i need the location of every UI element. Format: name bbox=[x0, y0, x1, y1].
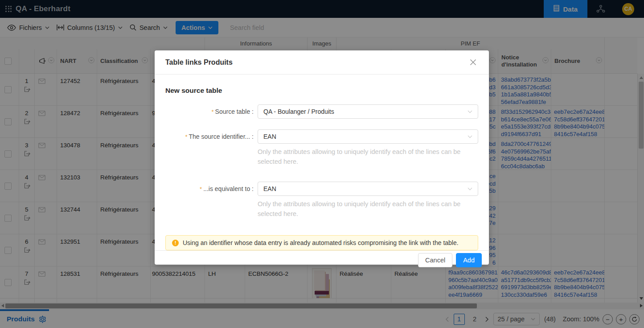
equivalent-label: ...is equivalent to : bbox=[203, 185, 254, 192]
cancel-button[interactable]: Cancel bbox=[418, 253, 452, 267]
chevron-down-icon bbox=[468, 110, 472, 113]
modal-footer: Cancel Add bbox=[155, 250, 489, 270]
source-table-value: QA - Boulanger / Produits bbox=[263, 108, 334, 115]
required-mark: * bbox=[185, 133, 187, 140]
modal-title: Table links Produits bbox=[165, 58, 233, 66]
section-title: New source table bbox=[165, 87, 478, 95]
equivalent-help: Only the attributes allowing to uniquely… bbox=[258, 199, 480, 219]
required-mark: * bbox=[212, 108, 214, 115]
add-button[interactable]: Add bbox=[456, 253, 482, 267]
chevron-down-icon bbox=[468, 187, 472, 191]
equivalent-field: *...is equivalent to : EAN bbox=[165, 182, 478, 196]
source-identifier-value: EAN bbox=[263, 133, 276, 140]
source-identifier-select[interactable]: EAN bbox=[258, 129, 478, 144]
source-table-label: Source table : bbox=[215, 108, 254, 115]
warning-icon: ! bbox=[172, 240, 179, 246]
equivalent-value: EAN bbox=[263, 185, 276, 192]
source-identifier-help: Only the attributes allowing to uniquely… bbox=[258, 147, 480, 166]
warning-text: Using an identifier whose data entry is … bbox=[183, 239, 459, 246]
source-table-field: *Source table : QA - Boulanger / Produit… bbox=[165, 104, 478, 119]
table-links-modal: Table links Produits New source table *S… bbox=[155, 50, 489, 265]
source-identifier-label: The source identifier... : bbox=[189, 133, 254, 140]
modal-body: New source table *Source table : QA - Bo… bbox=[155, 75, 489, 250]
warning-banner: ! Using an identifier whose data entry i… bbox=[165, 235, 478, 250]
equivalent-select[interactable]: EAN bbox=[258, 182, 478, 196]
source-table-select[interactable]: QA - Boulanger / Produits bbox=[258, 104, 478, 119]
chevron-down-icon bbox=[468, 135, 472, 138]
source-identifier-field: *The source identifier... : EAN bbox=[165, 129, 478, 144]
close-icon[interactable] bbox=[468, 57, 478, 67]
required-mark: * bbox=[200, 186, 202, 192]
modal-header: Table links Produits bbox=[155, 50, 489, 75]
